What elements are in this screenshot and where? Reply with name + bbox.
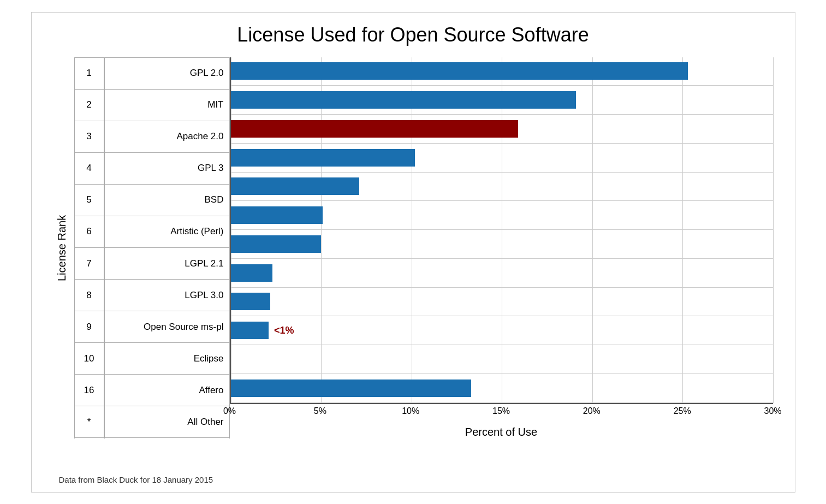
bar-row [231,316,773,345]
y-axis-label: License Rank [54,57,70,438]
name-cell: GPL 2.0 [105,58,229,90]
x-axis-label: 5% [314,406,326,416]
bar-row [231,144,773,173]
rank-cell: 5 [75,185,104,216]
bar-row [231,288,773,317]
chart-container: License Used for Open Source Software Li… [31,12,795,493]
bar-gpl-3 [231,149,415,167]
bar-mit [231,91,576,109]
grid-line [773,57,774,403]
x-axis-label: 15% [492,406,510,416]
bar-rows [231,57,773,403]
rank-cell: 1 [75,58,104,90]
bar-row [231,57,773,86]
rank-cell: 9 [75,311,104,343]
less-than-label: <1% [274,325,294,336]
name-cell: All Other [105,406,229,438]
x-axis-labels: 0%5%10%15%20%25%30% [230,406,773,423]
rank-cell: 3 [75,121,104,153]
x-axis-title: Percent of Use [230,426,773,438]
bar-row [231,173,773,201]
chart-title: License Used for Open Source Software [54,23,773,46]
name-cell: GPL 3 [105,153,229,185]
name-cell: LGPL 2.1 [105,248,229,280]
bar-lgpl-2.1 [231,235,322,253]
rank-cell: 4 [75,153,104,185]
x-axis-label: 20% [583,406,601,416]
name-cell: Artistic (Perl) [105,216,229,248]
rank-column: 1234567891016* [74,57,104,438]
bar-artistic-(perl) [231,206,323,224]
x-axis-label: 0% [223,406,236,416]
rank-cell: 8 [75,280,104,311]
name-cell: LGPL 3.0 [105,280,229,311]
name-cell: BSD [105,185,229,216]
x-axis-label: 25% [674,406,691,416]
rank-cell: 2 [75,90,104,121]
bar-bsd [231,177,359,195]
bar-row [231,201,773,230]
x-axis-label: 10% [402,406,419,416]
bars-section: <1% 0%5%10%15%20%25%30% Percent of Use [230,57,773,438]
name-column: GPL 2.0MITApache 2.0GPL 3BSDArtistic (Pe… [104,57,230,438]
bar-row [231,345,773,374]
footnote: Data from Black Duck for 18 January 2015 [59,475,213,484]
bar-row [231,374,773,403]
name-cell: MIT [105,90,229,121]
rank-cell: 16 [75,375,104,406]
name-cell: Open Source ms-pl [105,311,229,343]
bar-apache-2.0 [231,120,518,138]
rank-cell: 6 [75,216,104,248]
bar-lgpl-3.0 [231,264,272,282]
rank-cell: 10 [75,343,104,375]
bar-all-other [231,380,471,397]
chart-area: License Rank 1234567891016* GPL 2.0MITAp… [54,57,773,438]
name-cell: Affero [105,375,229,406]
bar-gpl-2.0 [231,62,688,80]
bars-area: <1% [230,57,773,404]
bar-row [231,230,773,259]
bar-open-source-ms-pl [231,293,271,310]
name-cell: Apache 2.0 [105,121,229,153]
bar-row [231,259,773,288]
bar-eclipse [231,322,269,339]
bar-row [231,86,773,115]
name-cell: Eclipse [105,343,229,375]
rank-cell: 7 [75,248,104,280]
bar-row [231,115,773,144]
rank-cell: * [75,406,104,438]
x-axis-label: 30% [764,406,781,416]
